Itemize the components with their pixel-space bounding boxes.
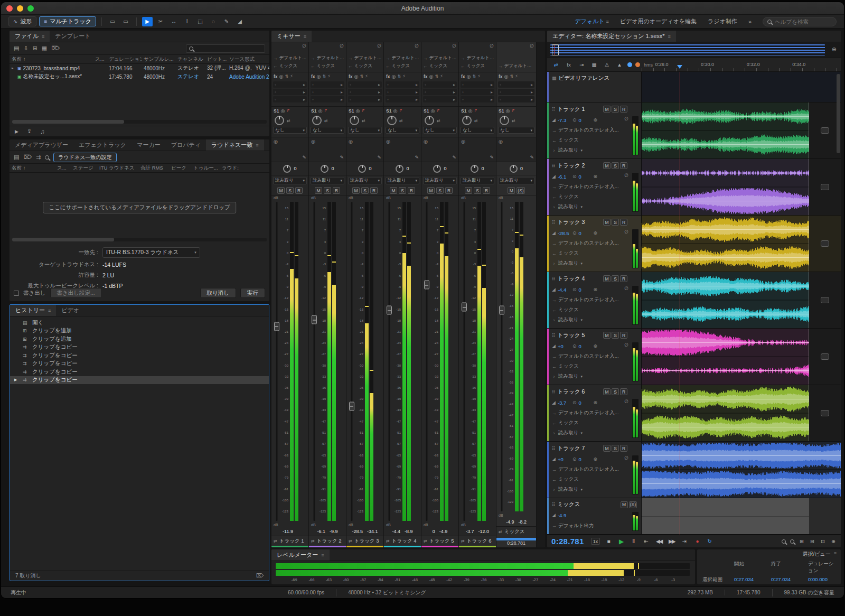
phase-icon[interactable]: ∅ [624, 173, 628, 178]
tab-level-meter[interactable]: レベルメーター≡ [271, 549, 330, 561]
panel-menu-icon[interactable]: ≡ [256, 143, 258, 148]
send-prepost-icon[interactable]: ↱ [399, 108, 402, 113]
pan-knob-icon[interactable]: ⊙ [572, 230, 577, 236]
fx-prepost-icon[interactable]: ⇅ [360, 74, 363, 79]
strip-input-select[interactable]: →デフォルトの... [386, 55, 419, 61]
track-zoom-handle[interactable] [821, 184, 829, 190]
track-name[interactable]: トラック 3 [558, 219, 585, 226]
panel-menu-icon[interactable]: ≡ [834, 550, 837, 558]
fx-slot[interactable]: ◦▸ [273, 81, 307, 88]
timeline-ruler[interactable]: ⇄ fx ⇥ ▦ ⚠ ▲ hms 0:28.00:30.00:32.00:34.… [547, 58, 841, 72]
track-automation-select[interactable]: 読み取り [558, 486, 578, 493]
track-volume[interactable]: -3.7 [558, 400, 570, 406]
pan-knob-icon[interactable]: ⊙ [572, 174, 577, 179]
clip-waveform[interactable] [642, 329, 841, 385]
workspace-radio-button[interactable]: ラジオ制作 [703, 17, 741, 25]
clip-waveform[interactable] [642, 385, 841, 441]
send-knob[interactable] [425, 116, 434, 125]
selection-end[interactable]: 0:27.034 [771, 576, 808, 583]
track-automation-select[interactable]: 読み取り [558, 147, 578, 154]
track-output-select[interactable]: ミックス [558, 250, 579, 257]
fx-bypass-icon[interactable]: ⚡ [440, 74, 443, 79]
mute-button[interactable]: M [277, 187, 285, 194]
track-lane[interactable] [642, 159, 841, 215]
automation-mode-select[interactable]: 読み取り▾ [273, 177, 307, 184]
eq-power-icon[interactable]: ◎ [349, 139, 353, 144]
history-item[interactable]: ⊞ クリップを追加 [10, 335, 269, 343]
trash-icon[interactable]: ⌦ [256, 573, 264, 578]
track-input-select[interactable]: デフォルトのステレオ入... [558, 296, 619, 303]
solo-button[interactable]: S [612, 332, 619, 339]
send-prepost-icon[interactable]: ↱ [474, 108, 477, 113]
tab-effects-rack[interactable]: エフェクトラック [73, 139, 132, 151]
workspace-default-button[interactable]: デフォルト ≡ [570, 17, 613, 25]
track-pan[interactable]: 0 [578, 174, 591, 180]
fx-slot[interactable]: ◦▸ [273, 96, 307, 102]
track-output-select[interactable]: ミックス [558, 306, 579, 313]
record-button[interactable]: ● [692, 537, 701, 546]
fader-track[interactable] [498, 202, 505, 511]
strip-name[interactable]: ⇄トラック 4 [384, 536, 421, 547]
send-power-icon[interactable]: ◎ [280, 108, 285, 114]
target-loudness-value[interactable]: -14 LUFS [102, 262, 126, 268]
track-output-select[interactable]: ミックス [558, 137, 579, 144]
cancel-button[interactable]: 取り消し [200, 288, 237, 298]
strip-output-select[interactable]: ←ミックス [423, 63, 457, 69]
pan-value[interactable]: 0 [481, 166, 484, 171]
new-file-icon[interactable]: ⊞ [33, 45, 37, 52]
track-name[interactable]: トラック 2 [558, 162, 585, 170]
fast-forward-button[interactable]: ▶▶ [667, 537, 676, 546]
session-overview[interactable]: ⊕ [547, 42, 841, 58]
track-automation-select[interactable]: 読み取り [558, 430, 578, 436]
send-select[interactable]: なし▾ [423, 127, 457, 134]
strip-name[interactable]: ⇄トラック 1 [271, 536, 308, 547]
track-name[interactable]: ビデオリファレンス [559, 74, 610, 82]
track-lane[interactable] [642, 272, 841, 328]
overview-viewbox[interactable] [552, 44, 559, 55]
export-icon[interactable]: ⇪ [27, 128, 32, 135]
media-icon[interactable]: ▦ [42, 45, 47, 52]
automation-mode-select[interactable]: 読み取り▾ [423, 177, 457, 184]
send-knob[interactable] [350, 116, 359, 125]
mute-button[interactable]: M [603, 388, 611, 395]
minimize-window-button[interactable] [17, 5, 23, 12]
track-input-select[interactable]: デフォルトのステレオ入... [558, 240, 619, 247]
eq-edit-icon[interactable]: ✎ [415, 155, 419, 160]
arm-button[interactable]: R [295, 187, 303, 194]
track-header[interactable]: ▦ビデオリファレンス [547, 72, 642, 102]
solo-button[interactable]: S [612, 388, 619, 395]
fader-handle[interactable] [424, 281, 429, 290]
lasso-tool-icon[interactable]: ◌ [208, 17, 219, 26]
panel-menu-icon[interactable]: ≡ [42, 34, 44, 39]
loudness-settings-button[interactable]: ラウドネス一致の設定 [53, 153, 116, 162]
tolerance-value[interactable]: 2 LU [102, 272, 114, 278]
fader-handle[interactable] [349, 402, 354, 410]
history-item[interactable]: ⇉ クリップをコピー [10, 376, 269, 385]
fx-slot[interactable]: ◦▸ [461, 81, 494, 88]
fx-bypass-icon[interactable]: ⚡ [477, 74, 481, 79]
track-volume[interactable]: -7.3 [558, 117, 570, 123]
track-volume[interactable]: -28.5 [558, 230, 570, 236]
preview-play-icon[interactable]: ▶ [15, 129, 18, 134]
loudness-column-headers[interactable]: 名前 ↑ス...ステージITU ラウドネス合計 RMSピークトゥルー...ラウド… [10, 164, 269, 173]
mute-button[interactable]: M [427, 187, 435, 194]
phase-icon[interactable]: ∅ [624, 116, 628, 122]
eq-section[interactable]: ◎ ✎ [309, 137, 346, 162]
arm-button[interactable]: R [620, 275, 627, 282]
send-select[interactable]: なし▾ [386, 127, 419, 134]
track-name[interactable]: トラック 4 [558, 275, 585, 283]
track-input-select[interactable]: デフォルトのステレオ入... [558, 466, 619, 473]
eq-section[interactable]: ◎ ✎ [496, 137, 536, 162]
pan-knob[interactable] [510, 165, 518, 173]
analyze-icon[interactable] [45, 155, 49, 160]
send-power-icon[interactable]: ◎ [318, 108, 322, 114]
track-header[interactable]: ⠿トラック 2 MSR ◢-6.1⊙0⊛ →デフォルトのステレオ入... ←ミッ… [547, 159, 642, 215]
fx-prepost-icon[interactable]: ⇅ [397, 74, 401, 79]
track-automation-select[interactable]: 読み取り [558, 260, 578, 267]
workspace-video-button[interactable]: ビデオ用のオーディオを編集 [616, 17, 701, 25]
clip-waveform[interactable] [642, 159, 841, 215]
panel-menu-icon[interactable]: ≡ [668, 34, 671, 39]
mute-button[interactable]: M [603, 162, 611, 169]
strip-input-select[interactable]: →デフォルトの... [423, 55, 457, 61]
pan-value[interactable]: 0 [369, 166, 371, 171]
